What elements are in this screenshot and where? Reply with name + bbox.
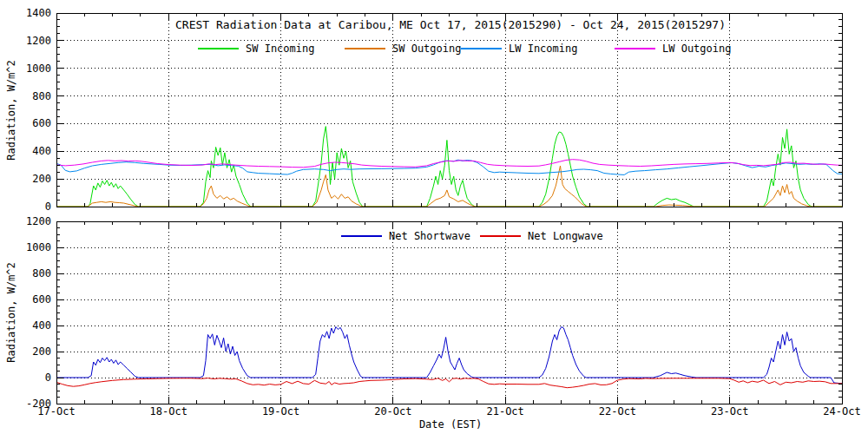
legend-label-net-shortwave: Net Shortwave — [389, 230, 470, 242]
x-axis-label: Date (EST) — [419, 418, 482, 431]
legend-net-radiation: Net Shortwave Net Longwave — [341, 230, 603, 242]
x-tick-label: 18-Oct — [150, 405, 187, 418]
y-tick-label: 0 — [45, 201, 51, 213]
y-tick-label: 1000 — [26, 62, 51, 75]
series-sw-incoming — [56, 127, 842, 207]
y-tick-label: 400 — [32, 319, 51, 332]
x-tick-label: 20-Oct — [374, 405, 411, 418]
legend-label-sw-outgoing: SW Outgoing — [392, 43, 461, 55]
series-net-shortwave — [56, 327, 842, 384]
panel-net-radiation: -20002004006008001000120017-Oct18-Oct19-… — [26, 215, 861, 418]
panel-frame — [56, 221, 842, 404]
panel1-y-axis-label: Radiation, W/m^2 — [5, 60, 17, 161]
y-tick-label: 1200 — [26, 35, 51, 47]
y-tick-label: 600 — [32, 117, 51, 129]
x-tick-label: 19-Oct — [262, 405, 299, 418]
y-tick-label: 200 — [32, 345, 51, 358]
x-tick-label: 23-Oct — [711, 405, 748, 418]
y-tick-label: 600 — [32, 293, 51, 306]
y-tick-label: 400 — [32, 145, 51, 157]
legend-label-lw-incoming: LW Incoming — [509, 43, 577, 55]
series-layer — [56, 327, 842, 388]
panel2-y-axis-label: Radiation, W/m^2 — [5, 262, 17, 363]
x-tick-label: 21-Oct — [486, 405, 523, 418]
y-tick-label: 800 — [32, 90, 51, 102]
y-tick-label: 800 — [32, 267, 51, 279]
radiation-figure: 0200400600800100012001400 -2000200400600… — [0, 0, 868, 434]
chart-title: CREST Radiation Data at Caribou, ME Oct … — [175, 18, 726, 31]
x-tick-label: 17-Oct — [37, 405, 75, 418]
series-net-longwave — [56, 378, 842, 388]
y-tick-label: 1400 — [26, 7, 51, 19]
panel-radiation-components: 0200400600800100012001400 — [26, 7, 842, 213]
y-tick-label: 0 — [45, 372, 51, 384]
x-tick-label: 24-Oct — [823, 405, 860, 418]
radiation-chart: 0200400600800100012001400 -2000200400600… — [0, 0, 868, 434]
y-tick-label: 1000 — [26, 241, 51, 253]
legend-radiation-components: SW Incoming SW Outgoing LW Incoming LW O… — [198, 43, 731, 55]
legend-label-sw-incoming: SW Incoming — [246, 43, 314, 55]
x-tick-label: 22-Oct — [599, 405, 636, 418]
legend-label-lw-outgoing: LW Outgoing — [662, 43, 731, 55]
series-layer — [56, 127, 842, 207]
y-tick-label: 200 — [32, 173, 51, 185]
y-tick-label: 1200 — [26, 215, 51, 227]
legend-label-net-longwave: Net Longwave — [528, 230, 603, 242]
